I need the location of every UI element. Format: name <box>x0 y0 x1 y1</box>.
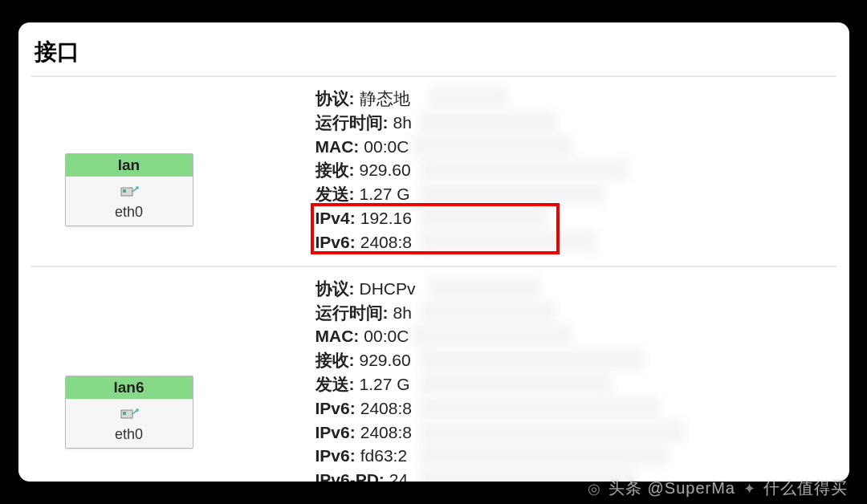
label-uptime: 运行时间: <box>315 111 389 135</box>
interface-badge-lan6[interactable]: lan6 eth0 <box>65 376 193 449</box>
info-line-tx: 发送: 1.27 G <box>315 372 841 396</box>
value-ipv6-a: 2408:8 <box>360 396 412 421</box>
info-line-ipv4: IPv4: 192.16 <box>315 206 841 230</box>
label-ipv6pd: IPv6-PD: <box>315 468 385 482</box>
svg-point-2 <box>136 186 139 189</box>
interface-row: lan eth0 协议: 静态地 运行时间: <box>18 77 849 259</box>
label-mac: MAC: <box>315 324 360 348</box>
label-tx: 发送: <box>315 182 355 206</box>
value-ipv6-b: 2408:8 <box>360 421 412 445</box>
value-ipv6pd: 24 <box>389 468 408 482</box>
info-line-uptime: 运行时间: 8h <box>315 111 841 135</box>
value-protocol: 静态地 <box>360 87 410 111</box>
value-rx: 929.60 <box>360 158 411 182</box>
svg-rect-4 <box>123 412 126 415</box>
watermark-right: 什么值得买 <box>763 478 848 499</box>
value-tx: 1.27 G <box>360 182 410 206</box>
interface-badge-lan[interactable]: lan eth0 <box>65 153 193 226</box>
page-title: 接口 <box>18 22 849 75</box>
info-line-ipv6: IPv6: 2408:8 <box>315 421 841 445</box>
nic-icon <box>66 402 193 425</box>
interface-name: lan6 <box>66 376 193 399</box>
label-uptime: 运行时间: <box>315 301 389 325</box>
info-line-protocol: 协议: 静态地 <box>315 87 841 111</box>
info-line-rx: 接收: 929.60 <box>315 348 841 372</box>
label-ipv6: IPv6: <box>315 230 356 254</box>
value-mac: 00:0C <box>364 324 409 348</box>
label-ipv6-c: IPv6: <box>315 444 356 468</box>
info-line-uptime: 运行时间: 8h <box>315 301 841 325</box>
interface-badge-container: lan6 eth0 <box>26 277 315 482</box>
interface-device: eth0 <box>66 202 193 226</box>
watermark-icon: ◎ <box>588 480 600 498</box>
info-line-ipv6: IPv6: fd63:2 <box>315 444 841 468</box>
watermark-left: 头条 @SuperMa <box>609 478 735 499</box>
interface-details: 协议: DHCPv 运行时间: 8h MAC: 00:0C 接收: 929.60… <box>315 277 841 482</box>
nic-icon <box>66 180 193 202</box>
label-protocol: 协议: <box>315 87 355 111</box>
value-protocol: DHCPv <box>360 277 416 301</box>
value-rx: 929.60 <box>360 348 411 372</box>
label-ipv6-a: IPv6: <box>315 396 356 421</box>
info-line-ipv6: IPv6: 2408:8 <box>315 230 841 254</box>
info-line-ipv6: IPv6: 2408:8 <box>315 396 841 421</box>
interface-row: lan6 eth0 协议: DHCPv 运行时间: <box>18 267 849 482</box>
watermark-icon: ✦ <box>743 480 755 498</box>
interface-badge-container: lan eth0 <box>26 87 315 254</box>
svg-point-5 <box>136 408 139 412</box>
value-ipv6: 2408:8 <box>360 230 412 254</box>
info-line-mac: MAC: 00:0C <box>315 135 841 159</box>
label-tx: 发送: <box>315 372 355 396</box>
interface-name: lan <box>66 154 193 177</box>
info-line-mac: MAC: 00:0C <box>315 324 841 348</box>
value-mac: 00:0C <box>364 135 409 159</box>
label-ipv6-b: IPv6: <box>315 421 356 445</box>
value-ipv6-c: fd63:2 <box>360 444 407 468</box>
value-tx: 1.27 G <box>360 372 410 396</box>
label-rx: 接收: <box>315 348 355 372</box>
info-line-protocol: 协议: DHCPv <box>315 277 841 301</box>
interface-device: eth0 <box>66 425 193 448</box>
info-line-tx: 发送: 1.27 G <box>315 182 841 206</box>
watermark: ◎ 头条 @SuperMa ✦ 什么值得买 <box>588 478 848 499</box>
interfaces-panel: 接口 lan eth0 协议: 静态地 <box>18 22 849 482</box>
interface-details: 协议: 静态地 运行时间: 8h MAC: 00:0C 接收: 929.60 发… <box>315 87 841 254</box>
label-protocol: 协议: <box>315 277 355 301</box>
value-uptime: 8h <box>393 301 412 325</box>
label-mac: MAC: <box>315 135 360 159</box>
label-rx: 接收: <box>315 158 355 182</box>
info-line-rx: 接收: 929.60 <box>315 158 841 182</box>
svg-rect-1 <box>123 189 126 193</box>
value-ipv4: 192.16 <box>360 206 412 230</box>
label-ipv4: IPv4: <box>315 206 356 230</box>
value-uptime: 8h <box>393 111 412 135</box>
